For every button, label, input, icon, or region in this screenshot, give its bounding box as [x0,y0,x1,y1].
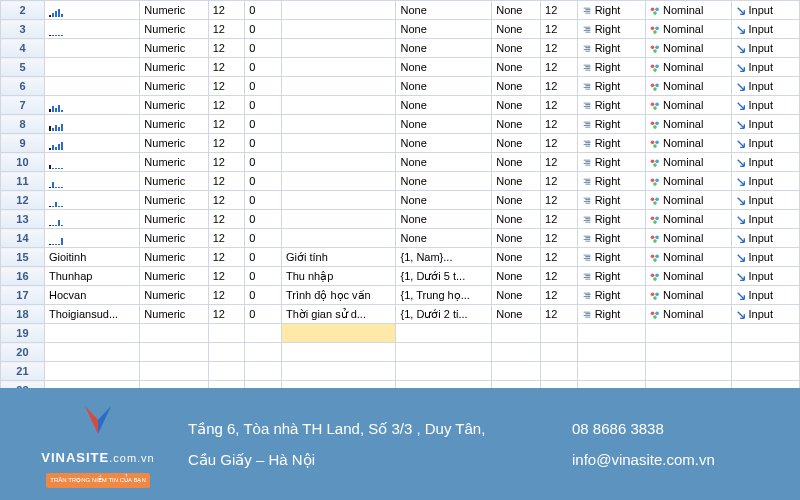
cell-missing[interactable]: None [492,39,541,58]
cell-missing[interactable]: None [492,191,541,210]
cell-type[interactable]: Numeric [140,1,208,20]
cell-columns[interactable]: 12 [541,305,578,324]
cell-values[interactable]: None [396,20,492,39]
cell-role[interactable]: Input [731,77,800,96]
cell-type[interactable]: Numeric [140,58,208,77]
cell-width[interactable]: 12 [208,39,245,58]
cell-measure[interactable]: Nominal [646,267,731,286]
cell-measure[interactable]: Nominal [646,210,731,229]
table-row[interactable]: 20 [1,343,800,362]
cell-measure[interactable]: Nominal [646,20,731,39]
cell-role[interactable]: Input [731,305,800,324]
cell-name[interactable] [44,229,139,248]
cell-missing[interactable]: None [492,134,541,153]
cell-measure[interactable]: Nominal [646,1,731,20]
cell-width[interactable]: 12 [208,153,245,172]
row-number[interactable]: 20 [1,343,45,362]
cell-columns[interactable]: 12 [541,248,578,267]
cell-type[interactable]: Numeric [140,20,208,39]
cell-role[interactable]: Input [731,153,800,172]
cell-role[interactable]: Input [731,172,800,191]
cell-name[interactable] [44,153,139,172]
cell-values[interactable]: None [396,1,492,20]
cell-align[interactable]: Right [577,96,645,115]
cell-missing[interactable]: None [492,305,541,324]
table-row[interactable]: 4Numeric120NoneNone12RightNominalInput [1,39,800,58]
cell-width[interactable]: 12 [208,172,245,191]
cell-width[interactable]: 12 [208,58,245,77]
cell-label[interactable] [281,191,396,210]
cell-label[interactable] [281,96,396,115]
cell-measure[interactable]: Nominal [646,134,731,153]
table-row[interactable]: 8Numeric120NoneNone12RightNominalInput [1,115,800,134]
cell-columns[interactable]: 12 [541,20,578,39]
cell-values[interactable]: None [396,39,492,58]
row-number[interactable]: 6 [1,77,45,96]
cell-label[interactable]: Thu nhập [281,267,396,286]
cell-columns[interactable]: 12 [541,191,578,210]
table-row[interactable]: 21 [1,362,800,381]
cell-values[interactable]: None [396,77,492,96]
cell-missing[interactable]: None [492,248,541,267]
cell-label[interactable] [281,58,396,77]
cell-width[interactable]: 12 [208,115,245,134]
cell-missing[interactable]: None [492,77,541,96]
row-number[interactable]: 11 [1,172,45,191]
cell-missing[interactable]: None [492,58,541,77]
cell-label[interactable] [281,229,396,248]
cell-decimals[interactable]: 0 [245,115,282,134]
table-row[interactable]: 3Numeric120NoneNone12RightNominalInput [1,20,800,39]
cell-measure[interactable]: Nominal [646,96,731,115]
cell-missing[interactable]: None [492,1,541,20]
cell-measure[interactable]: Nominal [646,305,731,324]
cell-values[interactable]: {1, Nam}... [396,248,492,267]
cell-name[interactable] [44,96,139,115]
cell-role[interactable]: Input [731,210,800,229]
cell-width[interactable]: 12 [208,267,245,286]
cell-type[interactable]: Numeric [140,172,208,191]
cell-decimals[interactable]: 0 [245,39,282,58]
cell-type[interactable]: Numeric [140,39,208,58]
cell-type[interactable]: Numeric [140,96,208,115]
row-number[interactable]: 14 [1,229,45,248]
cell-name[interactable] [44,20,139,39]
cell-missing[interactable]: None [492,210,541,229]
cell-name[interactable] [44,58,139,77]
cell-name[interactable]: Hocvan [44,286,139,305]
cell-align[interactable]: Right [577,77,645,96]
row-number[interactable]: 15 [1,248,45,267]
cell-name[interactable] [44,172,139,191]
cell-align[interactable]: Right [577,134,645,153]
cell-type[interactable]: Numeric [140,115,208,134]
cell-name[interactable] [44,191,139,210]
row-number[interactable]: 7 [1,96,45,115]
cell-align[interactable]: Right [577,172,645,191]
cell-role[interactable]: Input [731,267,800,286]
row-number[interactable]: 19 [1,324,45,343]
cell-columns[interactable]: 12 [541,1,578,20]
cell-name[interactable] [44,39,139,58]
cell-decimals[interactable]: 0 [245,229,282,248]
cell-columns[interactable]: 12 [541,210,578,229]
cell-values[interactable]: {1, Dưới 2 ti... [396,305,492,324]
cell-width[interactable]: 12 [208,305,245,324]
cell-values[interactable]: {1, Dưới 5 t... [396,267,492,286]
table-row[interactable]: 5Numeric120NoneNone12RightNominalInput [1,58,800,77]
cell-measure[interactable]: Nominal [646,58,731,77]
cell-width[interactable]: 12 [208,20,245,39]
cell-decimals[interactable]: 0 [245,96,282,115]
cell-role[interactable]: Input [731,1,800,20]
cell-decimals[interactable]: 0 [245,20,282,39]
cell-name[interactable] [44,134,139,153]
cell-label[interactable] [281,1,396,20]
cell-missing[interactable]: None [492,153,541,172]
cell-missing[interactable]: None [492,267,541,286]
cell-decimals[interactable]: 0 [245,305,282,324]
cell-measure[interactable]: Nominal [646,191,731,210]
cell-values[interactable]: None [396,229,492,248]
cell-columns[interactable]: 12 [541,229,578,248]
cell-role[interactable]: Input [731,20,800,39]
cell-values[interactable]: None [396,58,492,77]
row-number[interactable]: 16 [1,267,45,286]
cell-align[interactable]: Right [577,58,645,77]
